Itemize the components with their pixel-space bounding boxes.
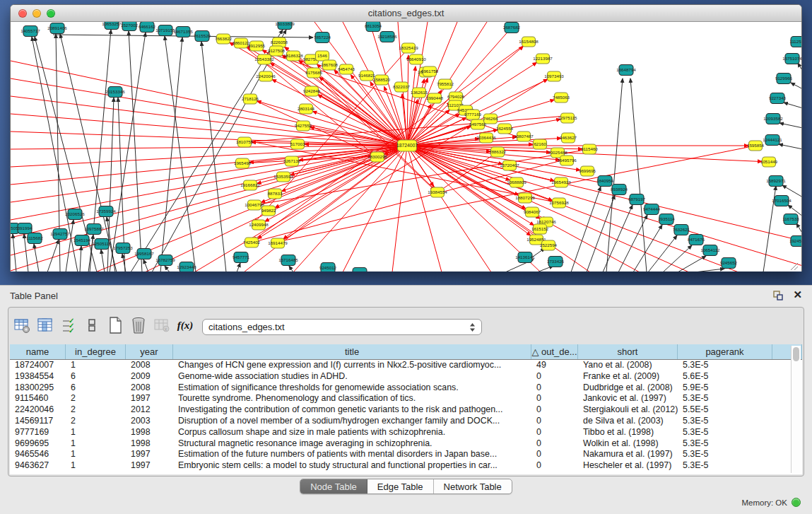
graph-node[interactable] bbox=[536, 54, 550, 64]
graph-node[interactable] bbox=[630, 194, 644, 205]
graph-node[interactable] bbox=[122, 22, 136, 31]
graph-node[interactable] bbox=[583, 144, 596, 154]
table-row[interactable]: 1830029562008Estimation of significance … bbox=[10, 382, 802, 394]
graph-node[interactable] bbox=[770, 93, 784, 104]
graph-node[interactable] bbox=[366, 22, 380, 32]
graph-node[interactable] bbox=[116, 243, 130, 254]
network-canvas[interactable]: 1405571720891406106532571527002646616210… bbox=[11, 22, 801, 271]
graph-node[interactable] bbox=[522, 37, 536, 47]
graph-node[interactable] bbox=[278, 22, 292, 30]
graph-node[interactable] bbox=[262, 206, 276, 216]
float-panel-icon[interactable] bbox=[772, 290, 784, 301]
graph-node[interactable] bbox=[23, 26, 37, 37]
graph-node[interactable] bbox=[402, 43, 416, 53]
show-columns-icon[interactable] bbox=[36, 316, 54, 334]
graph-node[interactable] bbox=[471, 119, 485, 129]
graph-node[interactable] bbox=[158, 255, 172, 266]
graph-node[interactable] bbox=[277, 172, 290, 182]
graph-node[interactable] bbox=[561, 113, 575, 123]
graph-node[interactable] bbox=[245, 238, 259, 247]
graph-node[interactable] bbox=[371, 152, 384, 162]
graph-node[interactable] bbox=[431, 187, 445, 197]
column-header-2[interactable]: year bbox=[126, 344, 173, 359]
graph-node[interactable] bbox=[259, 71, 273, 81]
graph-node[interactable] bbox=[560, 156, 574, 165]
graph-node[interactable] bbox=[353, 268, 367, 272]
graph-node[interactable] bbox=[619, 65, 633, 76]
graph-node[interactable] bbox=[50, 23, 64, 34]
graph-node[interactable] bbox=[271, 238, 285, 248]
graph-node[interactable] bbox=[217, 34, 230, 44]
graph-node[interactable] bbox=[503, 160, 517, 170]
graph-node[interactable] bbox=[99, 206, 113, 217]
graph-node[interactable] bbox=[510, 177, 524, 187]
table-row[interactable]: 977716911998Corpus callosum shape and si… bbox=[10, 427, 802, 438]
graph-node[interactable] bbox=[238, 137, 252, 147]
graph-node[interactable] bbox=[555, 93, 568, 103]
graph-node[interactable] bbox=[18, 223, 32, 234]
graph-node[interactable] bbox=[548, 71, 561, 81]
graph-node[interactable] bbox=[480, 133, 493, 143]
column-header-6[interactable]: pagerank bbox=[678, 344, 772, 359]
column-header-0[interactable]: name bbox=[10, 344, 66, 359]
graph-node[interactable] bbox=[517, 132, 531, 141]
graph-node[interactable] bbox=[542, 240, 555, 250]
graph-node[interactable] bbox=[380, 32, 394, 42]
graph-node[interactable] bbox=[291, 139, 305, 149]
delete-table-icon[interactable] bbox=[129, 316, 148, 334]
graph-node[interactable] bbox=[307, 68, 321, 78]
graph-node[interactable] bbox=[340, 64, 353, 74]
graph-node[interactable] bbox=[413, 88, 426, 98]
graph-node[interactable] bbox=[722, 258, 736, 269]
graph-node[interactable] bbox=[315, 33, 329, 43]
graph-node[interactable] bbox=[766, 114, 780, 124]
function-builder-icon[interactable]: f(x) bbox=[176, 316, 194, 334]
column-header-4[interactable]: △ out_de... bbox=[531, 344, 578, 359]
graph-node[interactable] bbox=[248, 200, 261, 210]
graph-node[interactable] bbox=[491, 147, 505, 157]
column-header-1[interactable]: in_degree bbox=[66, 344, 126, 359]
new-table-icon[interactable] bbox=[106, 316, 124, 334]
tab-edge-table[interactable]: Edge Table bbox=[367, 479, 434, 493]
graph-node[interactable] bbox=[375, 75, 389, 85]
graph-node[interactable] bbox=[785, 54, 799, 64]
graph-node[interactable] bbox=[176, 27, 190, 37]
graph-node[interactable] bbox=[612, 185, 626, 195]
graph-node[interactable] bbox=[398, 140, 417, 151]
graph-node[interactable] bbox=[234, 252, 248, 263]
graph-node[interactable] bbox=[553, 198, 566, 208]
graph-node[interactable] bbox=[270, 46, 283, 56]
graph-node[interactable] bbox=[287, 51, 300, 61]
graph-node[interactable] bbox=[428, 93, 442, 103]
graph-node[interactable] bbox=[250, 41, 264, 51]
window-titlebar[interactable]: citations_edges.txt bbox=[11, 5, 801, 22]
graph-node[interactable] bbox=[244, 180, 257, 190]
table-row[interactable]: 1456911722003Disruption of a novel membe… bbox=[10, 416, 802, 427]
graph-node[interactable] bbox=[555, 177, 568, 187]
graph-node[interactable] bbox=[784, 214, 798, 225]
graph-node[interactable] bbox=[108, 87, 122, 98]
graph-node[interactable] bbox=[195, 31, 209, 42]
graph-node[interactable] bbox=[689, 235, 703, 245]
graph-node[interactable] bbox=[763, 157, 776, 167]
tab-node-table[interactable]: Node Table bbox=[300, 479, 367, 493]
graph-node[interactable] bbox=[749, 141, 763, 151]
graph-node[interactable] bbox=[244, 94, 257, 104]
graph-node[interactable] bbox=[659, 214, 673, 225]
graph-node[interactable] bbox=[505, 23, 519, 33]
graph-node[interactable] bbox=[281, 255, 295, 266]
table-selector-dropdown[interactable]: citations_edges.txt bbox=[202, 319, 482, 335]
graph-node[interactable] bbox=[395, 82, 408, 92]
column-header-5[interactable]: short bbox=[578, 344, 678, 359]
graph-node[interactable] bbox=[519, 193, 532, 203]
table-settings-icon[interactable] bbox=[13, 316, 31, 334]
graph-node[interactable] bbox=[75, 235, 89, 246]
graph-node[interactable] bbox=[769, 176, 783, 187]
graph-node[interactable] bbox=[562, 133, 575, 143]
graph-node[interactable] bbox=[180, 262, 194, 272]
graph-node[interactable] bbox=[297, 121, 310, 131]
table-scrollbar-thumb[interactable] bbox=[793, 347, 799, 361]
graph-node[interactable] bbox=[777, 74, 791, 84]
graph-node[interactable] bbox=[28, 233, 42, 244]
close-window-button[interactable] bbox=[18, 9, 27, 18]
